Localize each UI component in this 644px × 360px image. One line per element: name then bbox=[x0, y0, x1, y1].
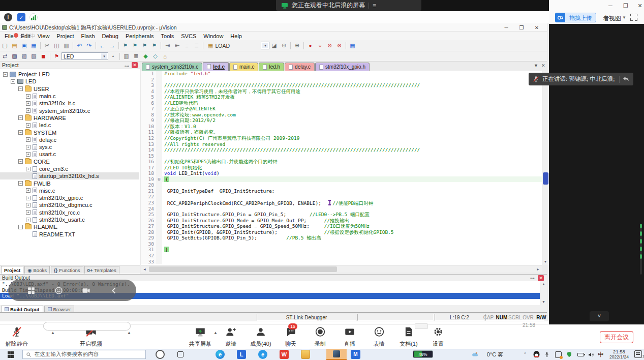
battery-widget[interactable]: 46% bbox=[413, 350, 433, 358]
pack1-icon[interactable]: ◆ bbox=[141, 52, 150, 61]
tree-item-core[interactable]: −CORE bbox=[0, 158, 139, 165]
editor-vertical-scrollbar[interactable]: ▲ ▼ bbox=[542, 71, 548, 265]
view-mode-selector[interactable]: 者视图 bbox=[603, 14, 621, 23]
button-record[interactable]: 录制 bbox=[310, 326, 330, 348]
code-line-13[interactable]: 13//All rights reserved bbox=[141, 141, 542, 147]
camera-icon[interactable] bbox=[82, 286, 90, 295]
caret-up-icon[interactable]: ▲ bbox=[127, 331, 131, 335]
cut-icon[interactable]: ✂ bbox=[43, 42, 51, 50]
menu-help[interactable]: Help bbox=[227, 33, 246, 39]
menu-svcs[interactable]: SVCS bbox=[177, 33, 200, 39]
tree-item-led[interactable]: −LED bbox=[0, 78, 139, 85]
caret-up-icon[interactable]: ▲ bbox=[213, 331, 218, 335]
view-mode-caret-icon[interactable]: ▼ bbox=[622, 15, 626, 20]
bp-red-icon[interactable]: ● bbox=[306, 42, 315, 50]
pin-icon[interactable]: ⊶ bbox=[125, 63, 129, 70]
tree-item-stm32f10x-usart-c[interactable]: +stm32f10x_usart.c bbox=[0, 216, 139, 223]
code-line-24[interactable]: 24 bbox=[141, 206, 542, 212]
code-line-6[interactable]: 6//LED驱动代码 bbox=[141, 100, 542, 106]
build-tab-build-output[interactable]: Build Output bbox=[1, 306, 43, 312]
code-line-1[interactable]: 1#include "led.h" bbox=[141, 71, 542, 77]
find-icon[interactable]: ⊙ bbox=[280, 42, 288, 50]
window-close-button[interactable]: ✕ bbox=[634, 2, 644, 10]
tree-expand-box[interactable]: − bbox=[18, 86, 23, 91]
menu-window[interactable]: Window bbox=[200, 33, 227, 39]
build-tab-browser[interactable]: Browser bbox=[44, 306, 75, 312]
tree-expand-box[interactable]: + bbox=[26, 196, 30, 200]
meeting-floating-bubble[interactable] bbox=[8, 280, 136, 301]
editor-hscroll-thumb[interactable] bbox=[149, 266, 337, 272]
banner-menu-icon[interactable]: ≡ bbox=[373, 2, 376, 9]
volume-icon[interactable] bbox=[587, 349, 595, 360]
code-line-2[interactable]: 2 bbox=[141, 77, 542, 83]
code-line-22[interactable]: 22 bbox=[141, 194, 542, 200]
bookmark-prev-icon[interactable]: ⚑ bbox=[131, 42, 139, 50]
code-line-29[interactable]: 29 GPIO_SetBits(GPIOB,GPIO_Pin_5); //PB.… bbox=[141, 235, 542, 241]
contacts-icon[interactable] bbox=[554, 349, 562, 360]
button-emoji[interactable]: 表情 bbox=[369, 326, 389, 348]
scroll-right-icon[interactable]: ► bbox=[535, 266, 541, 273]
panel-tab-templates[interactable]: 0+Templates bbox=[84, 266, 119, 274]
tray-expand-icon[interactable]: ⌃ bbox=[522, 349, 529, 360]
bp-kill-icon[interactable]: ⊗ bbox=[335, 42, 344, 50]
taskbar-clock[interactable]: 21:58 2022/1/24 bbox=[606, 349, 632, 359]
home-icon[interactable]: ⌂ bbox=[161, 52, 169, 61]
security-shield-icon[interactable] bbox=[565, 349, 573, 360]
uvision-minimize-button[interactable]: ─ bbox=[500, 24, 512, 31]
stop-icon[interactable]: ◼ bbox=[39, 52, 48, 61]
tray-mic-icon[interactable] bbox=[543, 349, 551, 360]
back-icon[interactable]: ← bbox=[98, 42, 107, 50]
lenovo-app-icon[interactable]: L bbox=[237, 350, 246, 359]
notification-center-icon[interactable]: 1 bbox=[634, 350, 642, 358]
tree-item-user[interactable]: −USER bbox=[0, 85, 139, 93]
code-line-19[interactable]: 19⊟{ bbox=[141, 176, 542, 183]
emoji-icon[interactable] bbox=[54, 286, 63, 295]
caret-up-icon[interactable]: ▲ bbox=[51, 331, 55, 335]
start-button[interactable] bbox=[0, 349, 21, 360]
menu-flash[interactable]: Flash bbox=[78, 33, 99, 39]
code-line-18[interactable]: 18void LED_Init(void) bbox=[141, 170, 542, 176]
browser-2345-icon[interactable]: e bbox=[258, 350, 267, 359]
menu-tools[interactable]: Tools bbox=[158, 33, 178, 39]
code-line-5[interactable]: 5//ALIENTEK 精英STM32开发板 bbox=[141, 94, 542, 100]
button-mic-muted[interactable]: 解除静音 bbox=[2, 326, 32, 348]
tree-item-hardware[interactable]: −HARDWARE bbox=[0, 114, 139, 122]
cortana-icon[interactable] bbox=[156, 350, 165, 359]
code-line-8[interactable]: 8//技术论坛:www.openedv.com bbox=[141, 112, 542, 118]
tree-expand-box[interactable]: − bbox=[18, 181, 23, 186]
active-meeting-app-tile[interactable] bbox=[326, 349, 347, 360]
outdent-icon[interactable]: ⇤ bbox=[173, 42, 181, 50]
code-line-12[interactable]: 12//Copyright(C) 广州市星翼电子科技有限公司 2009-2019 bbox=[141, 135, 542, 141]
project-panel-close-icon[interactable]: ✕ bbox=[132, 62, 138, 68]
tree-item-readme-txt[interactable]: README.TXT bbox=[0, 231, 139, 238]
panel-tab-functions[interactable]: {}Functions bbox=[51, 266, 83, 274]
magnify-icon[interactable]: ⊕ bbox=[293, 42, 301, 50]
flag-icon[interactable]: ⚑ bbox=[52, 52, 61, 61]
find-file-icon[interactable]: ◪ bbox=[270, 42, 279, 50]
paste-icon[interactable]: ▥ bbox=[62, 42, 71, 50]
code-line-30[interactable]: 30 bbox=[141, 241, 542, 247]
books-icon[interactable]: ≣ bbox=[132, 52, 140, 61]
load-button[interactable]: ▦LOAD bbox=[205, 42, 233, 49]
tree-expand-box[interactable]: − bbox=[11, 79, 15, 84]
code-line-32[interactable]: 32 bbox=[141, 253, 542, 259]
code-line-17[interactable]: 17//LED IO初始化 bbox=[141, 165, 542, 171]
code-line-10[interactable]: 10//版本：V1.0 bbox=[141, 124, 542, 130]
bookmark-next-icon[interactable]: ⚑ bbox=[140, 42, 149, 50]
tree-expand-box[interactable]: + bbox=[26, 152, 30, 157]
redo-icon[interactable]: ↷ bbox=[85, 42, 94, 50]
menu-project[interactable]: Project bbox=[53, 33, 77, 39]
panel-tab-books[interactable]: ◉Books bbox=[24, 266, 50, 274]
code-line-21[interactable]: 21 GPIO_InitTypeDef GPIO_InitStructure; bbox=[141, 188, 542, 194]
tab-list-caret-icon[interactable]: ▼ bbox=[534, 63, 538, 68]
grid-icon[interactable] bbox=[27, 286, 36, 295]
scroll-down-icon[interactable]: ▼ bbox=[542, 258, 548, 265]
editor-tab-main-c[interactable]: main.c bbox=[229, 63, 258, 71]
button-chat[interactable]: 15聊天 bbox=[281, 326, 301, 348]
taskbar-search-input[interactable]: 在这里输入你要搜索的内容 bbox=[22, 350, 146, 359]
tree-item-sys-c[interactable]: +sys.c bbox=[0, 143, 139, 151]
edge-icon[interactable]: e bbox=[216, 350, 225, 359]
build-output-scrollbar[interactable]: ▲ ▼ bbox=[540, 281, 547, 305]
translate-icon[interactable]: ⇄ bbox=[1, 52, 9, 61]
fullscreen-icon[interactable] bbox=[630, 14, 637, 21]
